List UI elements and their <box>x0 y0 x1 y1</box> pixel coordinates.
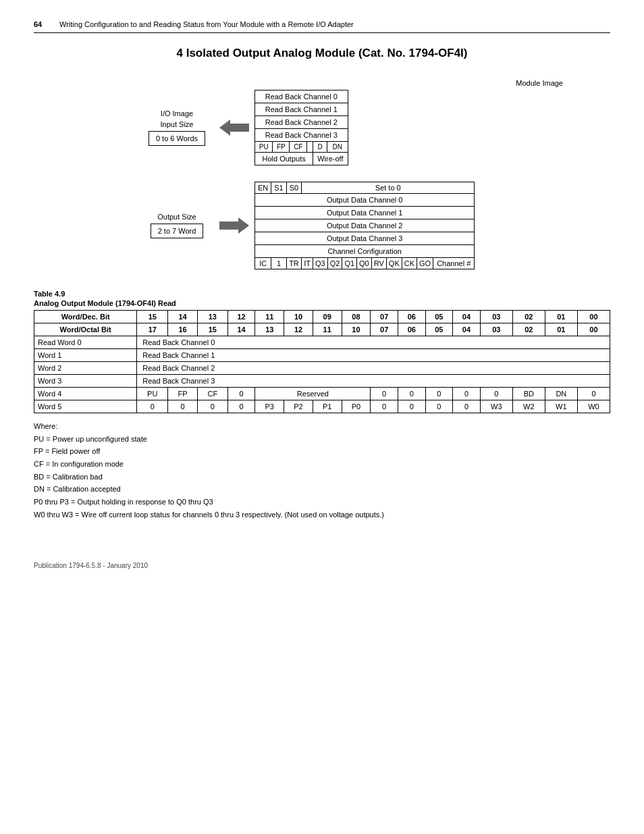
footer-text: Publication 1794-6.5.8 - January 2010 <box>34 562 148 569</box>
word1-value: Read Back Channel 1 <box>137 349 610 362</box>
page-number: 64 <box>34 20 47 28</box>
out-channel0-cell: Output Data Channel 0 <box>255 194 475 207</box>
set-to-0-cell: Set to 0 <box>302 182 475 194</box>
table-row: Word 4 PU FP CF 0 Reserved 0 0 0 0 0 BD … <box>34 388 610 400</box>
dec-bit-header-row: Word/Dec. Bit 15 14 13 12 11 10 09 08 07… <box>34 311 610 323</box>
w5-0c: 0 <box>197 400 227 413</box>
channel-config-cell: Channel Configuration <box>255 245 475 258</box>
w5-w2: W2 <box>512 400 545 413</box>
oct-12: 12 <box>284 323 313 336</box>
col-14: 14 <box>168 311 198 323</box>
blank-cell <box>307 142 313 153</box>
w4-0f: 0 <box>480 388 512 400</box>
col-02: 02 <box>512 311 545 323</box>
w5-p1: P1 <box>313 400 342 413</box>
header-bar: 64 Writing Configuration to and Reading … <box>34 20 610 33</box>
output-diagram-row: Output Size 2 to 7 Word EN S1 S0 Set to … <box>140 182 504 269</box>
arrow-head-left <box>219 120 230 136</box>
qk-cell: QK <box>386 258 402 269</box>
w4-pu: PU <box>137 388 168 400</box>
word-dec-header: Word/Dec. Bit <box>34 311 137 323</box>
table-heading-line1: Table 4.9 <box>34 290 610 298</box>
col-03: 03 <box>480 311 512 323</box>
cf-cell: CF <box>290 142 307 153</box>
table-row: Channel Configuration <box>255 245 475 258</box>
w5-w3: W3 <box>480 400 512 413</box>
q0-cell: Q0 <box>357 258 372 269</box>
w5-w0: W0 <box>577 400 610 413</box>
w4-bd: BD <box>512 388 545 400</box>
where-line-4: BD = Calibration bad <box>34 471 610 484</box>
tr-cell: TR <box>286 258 301 269</box>
page-title: 4 Isolated Output Analog Module (Cat. No… <box>34 47 610 60</box>
w4-fp: FP <box>168 388 198 400</box>
input-table-wrap: Read Back Channel 0 Read Back Channel 1 … <box>254 90 504 165</box>
channel2-cell: Read Back Channel 2 <box>255 116 348 129</box>
output-arrow-body <box>219 221 238 230</box>
diagram-section: Module Image I/O Image Input Size 0 to 6… <box>34 79 610 269</box>
go-cell: GO <box>417 258 433 269</box>
module-image-label: Module Image <box>516 79 563 87</box>
data-table: Word/Dec. Bit 15 14 13 12 11 10 09 08 07… <box>34 310 610 413</box>
col-11: 11 <box>255 311 284 323</box>
output-size-label: Output Size <box>157 213 196 221</box>
table-row: Word 2 Read Back Channel 2 <box>34 362 610 375</box>
pu-cell: PU <box>255 142 273 153</box>
channel1-cell: Read Back Channel 1 <box>255 103 348 116</box>
oct-16: 16 <box>168 323 198 336</box>
oct-06: 06 <box>398 323 425 336</box>
table-row: Output Data Channel 2 <box>255 219 475 232</box>
channel3-cell: Read Back Channel 3 <box>255 129 348 142</box>
w5-p2: P2 <box>284 400 313 413</box>
word-oct-header: Word/Octal Bit <box>34 323 137 336</box>
w5-0b: 0 <box>168 400 198 413</box>
oct-05: 05 <box>425 323 453 336</box>
table-row: Read Back Channel 1 <box>255 103 348 116</box>
output-arrow-head <box>238 217 249 234</box>
col-10: 10 <box>284 311 313 323</box>
w5-0d: 0 <box>227 400 255 413</box>
w5-0a: 0 <box>137 400 168 413</box>
w4-dn: DN <box>545 388 577 400</box>
w4-0g: 0 <box>577 388 610 400</box>
page: 64 Writing Configuration to and Reading … <box>0 0 644 834</box>
q1-cell: Q1 <box>342 258 357 269</box>
col-04: 04 <box>453 311 481 323</box>
word1-label: Word 1 <box>34 349 137 362</box>
input-arrow <box>219 120 249 136</box>
col-01: 01 <box>545 311 577 323</box>
output-table-wrap: EN S1 S0 Set to 0 Output Data Channel 0 … <box>254 182 504 269</box>
col-07: 07 <box>371 311 398 323</box>
word3-value: Read Back Channel 3 <box>137 375 610 388</box>
table-row: Word 1 Read Back Channel 1 <box>34 349 610 362</box>
table-row: Output Data Channel 1 <box>255 207 475 219</box>
oct-bit-header-row: Word/Octal Bit 17 16 15 14 13 12 11 10 0… <box>34 323 610 336</box>
w4-reserved: Reserved <box>255 388 371 400</box>
input-diagram-row: I/O Image Input Size 0 to 6 Words Read B… <box>140 90 504 165</box>
w4-0b: 0 <box>371 388 398 400</box>
word0-value: Read Back Channel 0 <box>137 336 610 349</box>
table-row: Read Word 0 Read Back Channel 0 <box>34 336 610 349</box>
w4-0d: 0 <box>425 388 453 400</box>
s0-cell: S0 <box>286 182 301 194</box>
oct-13: 13 <box>255 323 284 336</box>
w5-0g: 0 <box>425 400 453 413</box>
output-channel-table: EN S1 S0 Set to 0 Output Data Channel 0 … <box>254 182 475 269</box>
w5-p3: P3 <box>255 400 284 413</box>
dn-cell: DN <box>327 142 348 153</box>
col-06: 06 <box>398 311 425 323</box>
word2-value: Read Back Channel 2 <box>137 362 610 375</box>
oct-04: 04 <box>453 323 481 336</box>
input-channel-table: Read Back Channel 0 Read Back Channel 1 … <box>254 90 348 165</box>
table-row: PU FP CF D DN <box>255 142 348 153</box>
w5-0f: 0 <box>398 400 425 413</box>
table-row: Read Back Channel 0 <box>255 90 348 103</box>
table-row: Output Data Channel 3 <box>255 232 475 245</box>
out-channel1-cell: Output Data Channel 1 <box>255 207 475 219</box>
oct-11: 11 <box>313 323 342 336</box>
input-words-box: 0 to 6 Words <box>149 131 205 146</box>
word5-label: Word 5 <box>34 400 137 413</box>
where-line-5: DN = Calibration accepted <box>34 483 610 496</box>
where-line-6: P0 thru P3 = Output holding in response … <box>34 496 610 509</box>
q3-cell: Q3 <box>313 258 328 269</box>
